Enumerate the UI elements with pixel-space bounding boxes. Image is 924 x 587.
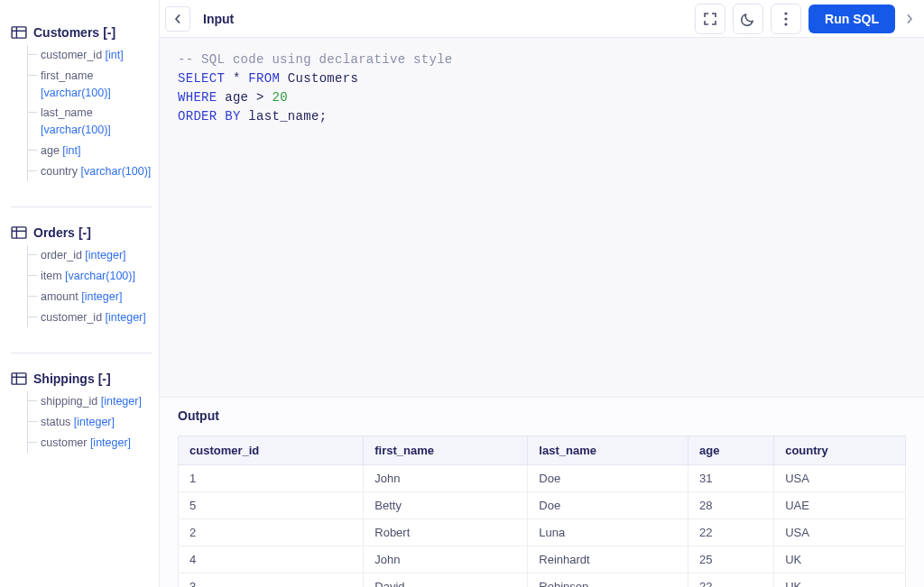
table-cell: 4 xyxy=(179,546,364,573)
svg-rect-6 xyxy=(12,373,26,384)
svg-point-9 xyxy=(785,12,788,14)
table-cell: 1 xyxy=(179,465,364,492)
column-item[interactable]: amount [integer] xyxy=(28,287,159,307)
column-list: order_id [integer] item [varchar(100)] a… xyxy=(27,245,159,327)
table-row[interactable]: 4JohnReinhardt25UK xyxy=(179,546,906,573)
table-row[interactable]: 1JohnDoe31USA xyxy=(179,465,906,492)
run-sql-button[interactable]: Run SQL xyxy=(808,5,895,33)
column-item[interactable]: order_id [integer] xyxy=(28,245,159,266)
table-cell: 2 xyxy=(179,519,364,546)
collapse-toggle[interactable]: [-] xyxy=(98,371,111,386)
column-item[interactable]: shipping_id [integer] xyxy=(28,391,159,412)
collapse-toggle[interactable]: [-] xyxy=(79,225,91,240)
table-cell: John xyxy=(364,546,528,573)
column-item[interactable]: customer [integer] xyxy=(28,433,159,454)
svg-point-10 xyxy=(785,17,788,20)
table-icon xyxy=(11,226,27,239)
table-cell: 22 xyxy=(688,573,774,588)
table-icon xyxy=(11,372,27,385)
svg-point-11 xyxy=(785,23,788,25)
svg-rect-3 xyxy=(12,227,26,238)
table-cell: 28 xyxy=(688,492,774,519)
schema-table-name: Orders xyxy=(33,225,75,240)
schema-table-header[interactable]: Orders [-] xyxy=(11,225,159,240)
result-body: 1JohnDoe31USA5BettyDoe28UAE2RobertLuna22… xyxy=(179,465,906,588)
output-section: Output customer_idfirst_namelast_nameage… xyxy=(160,397,924,587)
table-cell: 5 xyxy=(179,492,364,519)
divider xyxy=(11,353,152,353)
table-cell: UK xyxy=(774,546,906,573)
column-list: shipping_id [integer] status [integer] c… xyxy=(27,391,159,453)
result-column-header: customer_id xyxy=(179,436,364,465)
schema-table-header[interactable]: Customers [-] xyxy=(11,25,159,40)
result-column-header: last_name xyxy=(528,436,688,465)
fullscreen-icon xyxy=(703,12,717,26)
collapse-sidebar-button[interactable] xyxy=(165,6,190,32)
chevron-left-icon xyxy=(173,14,182,23)
table-cell: USA xyxy=(774,519,906,546)
column-item[interactable]: age [int] xyxy=(28,141,159,161)
schema-sidebar: Customers [-] customer_id [int] first_na… xyxy=(0,0,159,587)
table-cell: Luna xyxy=(528,519,688,546)
table-cell: Robinson xyxy=(528,573,688,588)
table-cell: John xyxy=(364,465,528,492)
svg-rect-0 xyxy=(12,27,26,38)
more-menu-button[interactable] xyxy=(771,4,801,34)
result-header-row: customer_idfirst_namelast_nameagecountry xyxy=(179,436,906,465)
schema-table-name: Shippings xyxy=(33,371,95,386)
column-item[interactable]: customer_id [int] xyxy=(28,45,159,66)
schema-table-shippings: Shippings [-] shipping_id [integer] stat… xyxy=(11,371,159,453)
table-cell: Reinhardt xyxy=(528,546,688,573)
moon-icon xyxy=(741,12,755,26)
table-cell: Betty xyxy=(364,492,528,519)
table-cell: 22 xyxy=(688,519,774,546)
column-item[interactable]: item [varchar(100)] xyxy=(28,266,159,287)
result-table: customer_idfirst_namelast_nameagecountry… xyxy=(178,436,906,587)
table-row[interactable]: 5BettyDoe28UAE xyxy=(179,492,906,519)
output-label: Output xyxy=(178,408,906,423)
table-cell: 31 xyxy=(688,465,774,492)
result-column-header: first_name xyxy=(364,436,528,465)
column-item[interactable]: customer_id [integer] xyxy=(28,307,159,328)
table-icon xyxy=(11,26,27,39)
table-cell: 25 xyxy=(688,546,774,573)
column-item[interactable]: last_name [varchar(100)] xyxy=(28,103,159,141)
column-item[interactable]: first_name[varchar(100)] xyxy=(28,66,159,104)
table-cell: Doe xyxy=(528,465,688,492)
schema-table-name: Customers xyxy=(33,25,99,40)
main-panel: Input Run SQL -- SQL code using declarat… xyxy=(159,0,924,587)
expand-right-button[interactable] xyxy=(901,0,919,38)
theme-toggle-button[interactable] xyxy=(733,4,763,34)
result-column-header: age xyxy=(688,436,774,465)
table-cell: Robert xyxy=(364,519,528,546)
table-cell: UK xyxy=(774,573,906,588)
column-item[interactable]: country [varchar(100)] xyxy=(28,161,159,182)
input-label: Input xyxy=(196,12,241,26)
result-column-header: country xyxy=(774,436,906,465)
column-list: customer_id [int] first_name[varchar(100… xyxy=(27,45,159,181)
toolbar: Input Run SQL xyxy=(160,0,924,38)
fullscreen-button[interactable] xyxy=(695,4,725,34)
schema-table-orders: Orders [-] order_id [integer] item [varc… xyxy=(11,225,159,327)
column-item[interactable]: status [integer] xyxy=(28,412,159,433)
table-cell: David xyxy=(364,573,528,588)
table-cell: USA xyxy=(774,465,906,492)
schema-table-header[interactable]: Shippings [-] xyxy=(11,371,159,386)
table-row[interactable]: 3DavidRobinson22UK xyxy=(179,573,906,588)
schema-table-customers: Customers [-] customer_id [int] first_na… xyxy=(11,25,159,181)
table-cell: Doe xyxy=(528,492,688,519)
divider xyxy=(11,206,152,207)
sql-editor[interactable]: -- SQL code using declarative styleSELEC… xyxy=(160,38,924,397)
chevron-right-icon xyxy=(905,14,914,23)
table-row[interactable]: 2RobertLuna22USA xyxy=(179,519,906,546)
table-cell: UAE xyxy=(774,492,906,519)
collapse-toggle[interactable]: [-] xyxy=(103,25,116,40)
more-vertical-icon xyxy=(784,12,788,26)
table-cell: 3 xyxy=(179,573,364,588)
